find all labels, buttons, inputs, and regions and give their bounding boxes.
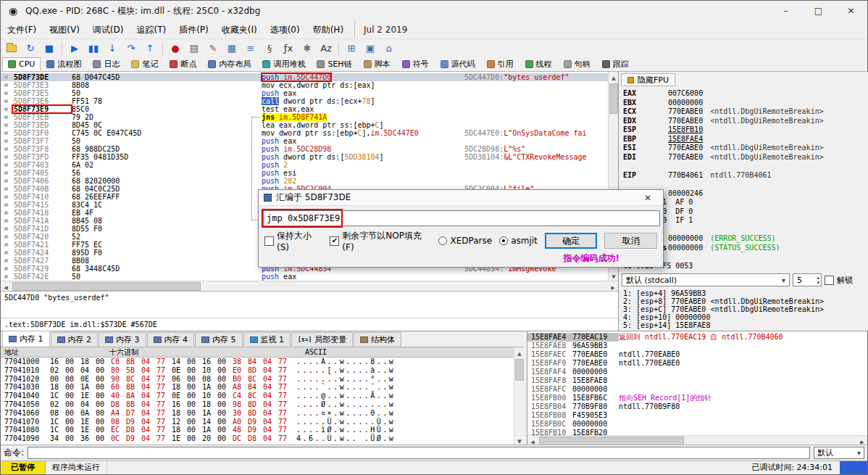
stack-row[interactable]: 15E8FB04770B9F80ntdll.770B9F80	[527, 402, 867, 411]
appearance-button[interactable]: Az	[317, 41, 335, 57]
tab-cpu[interactable]: CPU	[2, 57, 41, 71]
register-row[interactable]	[623, 180, 867, 189]
stack-arg-row[interactable]: 5: [esp+14] 15E8FAE8	[623, 321, 867, 329]
memory-dump-pane[interactable]: 内存 1内存 2内存 3内存 4内存 5监视 1[x=]局部变量结构体 地址 十…	[1, 331, 524, 445]
step-into-button[interactable]: ↓	[104, 41, 121, 57]
unlock-checkbox[interactable]: 解锁	[825, 275, 853, 286]
calling-convention-select[interactable]: 默认 (stdcall)	[622, 273, 790, 286]
memory-row[interactable]: 770410401C001E00408A04770E001000C48C0477…	[1, 392, 514, 400]
memory-row[interactable]: 77041090340036000CD904771E002000DCD80477…	[1, 434, 514, 443]
stack-row[interactable]: 15E8FB0015E8FB6C指向SEH_Record[1]的指针	[527, 394, 867, 402]
maximize-button[interactable]: □	[802, 1, 835, 21]
xedparse-radio[interactable]: XEDParse	[438, 236, 492, 246]
breakpoint-gutter[interactable]	[1, 177, 12, 185]
stack-row[interactable]: 15E8FB0C00000000	[527, 420, 867, 429]
tab-breakpoints[interactable]: 断点	[164, 57, 202, 71]
scroll-up-icon[interactable]	[514, 347, 525, 358]
execute-till-return-button[interactable]: ↑	[141, 41, 159, 57]
tab-struct[interactable]: 结构体	[354, 332, 401, 347]
tab-script[interactable]: 脚本	[358, 57, 396, 71]
disasm-row[interactable]: 5D8F74036A 02push 2	[1, 161, 608, 169]
disasm-row[interactable]: 5D8F742E50push eax	[1, 273, 608, 281]
menu-item-0[interactable]: 文件(F)	[1, 21, 43, 38]
run-button[interactable]: ▶	[66, 41, 83, 57]
disasm-row[interactable]: 5D8F73FDFF35 0481D35Dpush dword ptr ds:[…	[1, 153, 608, 161]
tab-memory-5[interactable]: 内存 5	[195, 332, 243, 347]
breakpoint-gutter[interactable]	[1, 241, 12, 249]
open-file-button[interactable]	[3, 41, 20, 57]
scroll-down-icon[interactable]	[514, 435, 525, 445]
tab-symbols[interactable]: 符号	[396, 57, 435, 71]
breakpoint-gutter[interactable]	[1, 201, 12, 209]
tab-memory-3[interactable]: 内存 3	[99, 332, 146, 347]
minimize-button[interactable]: –	[769, 1, 802, 21]
stack-row[interactable]: 15E8FAF815E8FAE8	[527, 376, 867, 385]
close-button[interactable]: ✕	[835, 1, 867, 21]
breakpoint-gutter[interactable]	[1, 193, 12, 201]
disasm-row[interactable]: 5D8F740668 82020000push 282	[1, 177, 608, 185]
memory-row[interactable]: 7704106008000A00A4D7047718001A00308D0477…	[1, 409, 514, 418]
tab-memory-2[interactable]: 内存 2	[51, 332, 99, 347]
tab-call-stack[interactable]: 调用堆栈	[256, 57, 311, 71]
patches-button[interactable]: ▣	[362, 41, 379, 57]
calculator-button[interactable]: ⊞	[343, 41, 360, 57]
breakpoint-gutter[interactable]	[1, 257, 12, 265]
tab-handles[interactable]: 句柄	[558, 57, 596, 71]
stop-button[interactable]: ■	[41, 41, 58, 57]
tab-graph[interactable]: 流程图	[41, 57, 87, 71]
dialog-titlebar[interactable]: 汇编于 5D8F73DE ✕	[259, 190, 663, 206]
scroll-down-icon[interactable]	[609, 270, 619, 281]
disasm-row[interactable]: 5D8F73F868 988DC25Dpush im.5DC28D985DC28…	[1, 145, 608, 153]
scroll-up-icon[interactable]	[609, 72, 619, 82]
script-button[interactable]: §	[261, 41, 278, 57]
tab-memory-1[interactable]: 内存 1	[2, 331, 50, 347]
tab-threads[interactable]: 线程	[519, 57, 558, 71]
menu-item-2[interactable]: 调试(D)	[86, 21, 130, 38]
stack-row[interactable]: 15E8FAF0770EABE0ntdll.770EABE0	[527, 359, 867, 368]
menu-item-1[interactable]: 视图(V)	[43, 21, 86, 38]
notes-button[interactable]: ✎	[204, 41, 222, 57]
memory-row[interactable]: 7704100016001800C08B04771400160038840477…	[1, 358, 514, 366]
breakpoint-gutter[interactable]	[1, 225, 12, 233]
memory-row[interactable]: 7704103018001A00608B047718001A00A8840477…	[1, 383, 514, 392]
disasm-row[interactable]: 5D8F740556push esi	[1, 169, 608, 177]
menu-item-4[interactable]: 插件(P)	[172, 21, 215, 38]
tab-memory-4[interactable]: 内存 4	[147, 332, 195, 347]
step-over-button[interactable]: ↷	[122, 41, 140, 57]
breakpoint-gutter[interactable]	[1, 217, 12, 225]
cancel-button[interactable]: 取消	[604, 233, 657, 249]
memory-row[interactable]: 770410701C001E0008D9047712001400A0D90477…	[1, 418, 514, 426]
register-row[interactable]: ECX770EABE0<ntdll.DbgUiRemoteBreakin>	[623, 107, 867, 117]
breakpoint-gutter[interactable]	[1, 129, 12, 137]
breakpoint-gutter[interactable]	[1, 273, 12, 281]
tab-trace[interactable]: 跟踪	[596, 57, 635, 71]
disasm-row[interactable]: 5D8F73E550push eax	[1, 89, 608, 97]
asmjit-radio[interactable]: asmjit	[499, 236, 538, 246]
stack-arg-row[interactable]: 3: [esp+C] 770EABE0 <ntdll.DbgUiRemoteBr…	[623, 305, 867, 313]
scrollbar-thumb[interactable]	[609, 83, 618, 114]
disasm-row[interactable]: 5D8F73F0C745 0C E047C45Dmov dword ptr ss…	[1, 129, 608, 137]
breakpoints-button[interactable]: ●	[167, 41, 184, 57]
stack-pane[interactable]: 15E8FAE4770EAC19返回到 ntdll.770EAC19 自 ntd…	[527, 331, 867, 445]
command-mode-select[interactable]: 默认	[814, 447, 864, 459]
breakpoint-gutter[interactable]	[1, 249, 12, 257]
tab-locals[interactable]: [x=]局部变量	[291, 332, 353, 347]
stack-row[interactable]: 15E8FAE896A59BB3	[527, 342, 867, 350]
menu-item-3[interactable]: 追踪(T)	[130, 21, 172, 38]
disasm-row[interactable]: 5D8F73F750push eax	[1, 137, 608, 145]
call-stack-button[interactable]: ≡	[242, 41, 259, 57]
keep-size-checkbox[interactable]: 保持大小(S)	[264, 230, 322, 252]
breakpoint-gutter[interactable]	[1, 265, 12, 273]
register-row[interactable]: EDI770EABE0<ntdll.DbgUiRemoteBreakin>	[623, 153, 867, 162]
register-row[interactable]: EBX00000000	[623, 99, 867, 108]
breakpoint-gutter[interactable]	[1, 137, 12, 145]
spinner-buttons[interactable]	[817, 275, 819, 285]
tab-log[interactable]: 日志	[87, 57, 125, 71]
ok-button[interactable]: 确定	[545, 233, 598, 249]
nop-fill-checkbox[interactable]: 剩余字节以NOP填充(F)	[330, 230, 431, 252]
breakpoint-gutter[interactable]	[1, 73, 12, 81]
menu-item-5[interactable]: 收藏夹(I)	[215, 21, 264, 38]
memory-row[interactable]: 7704102000000E00908C047706000800B08C0477…	[1, 375, 514, 384]
memory-row[interactable]: 770410801C001E00ECD8047718001A0048D90477…	[1, 426, 514, 434]
breakpoint-gutter[interactable]	[1, 113, 12, 121]
